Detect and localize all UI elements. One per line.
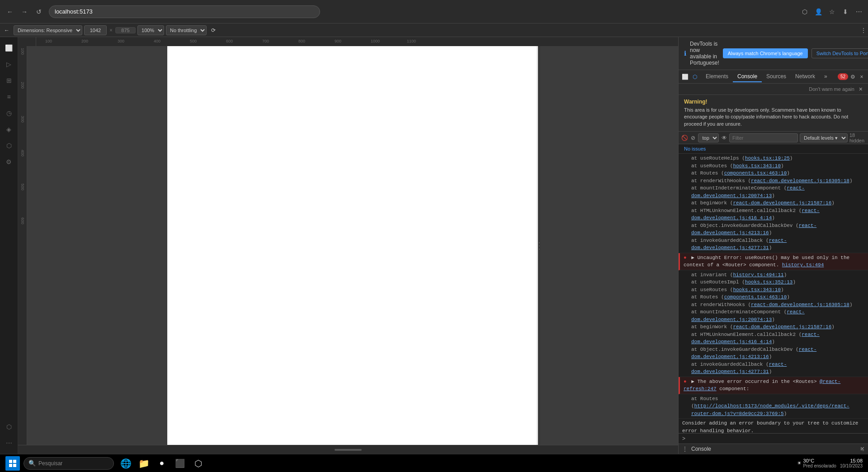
back-button[interactable]: ← [4, 5, 16, 18]
devtools-settings-icon[interactable]: ⚙ [848, 72, 857, 81]
reload-button[interactable]: ↺ [33, 5, 45, 18]
console-entry-error2: ● ▶ The above error occurred in the <Rou… [679, 377, 868, 394]
stack-line: at Routes (components.tsx:463:10) [682, 293, 864, 301]
taskbar-app-vscode[interactable]: ⬡ [190, 455, 206, 472]
link[interactable]: hooks.tsx:352:13 [745, 279, 793, 285]
dont-warn-text[interactable]: Don't warn me again [809, 86, 854, 92]
link[interactable]: react-dom.development.js:4213:16 [691, 347, 816, 360]
svg-text:700: 700 [262, 39, 269, 43]
favorites-icon[interactable]: ☆ [826, 6, 837, 17]
link[interactable]: react-dom.development.js:416 4:14 [691, 332, 820, 345]
warning-bar: Don't warn me again × [679, 84, 868, 95]
link[interactable]: react-dom.development.js:416 4:14 [691, 208, 820, 221]
link[interactable]: components.tsx:463:10 [724, 294, 787, 300]
link[interactable]: components.tsx:463:10 [724, 170, 787, 176]
link[interactable]: http://localhost:5173/node_modules/.vite… [691, 403, 849, 416]
application-sidebar-icon[interactable]: ⬡ [2, 138, 16, 153]
elements-sidebar-icon[interactable]: ⬜ [2, 41, 16, 55]
console-output[interactable]: at useRouteHelps (hooks.tsx:19:25) at us… [679, 154, 868, 433]
stack-line: at renderWithHooks (react-dom.developmen… [682, 301, 864, 309]
forward-button[interactable]: → [18, 5, 31, 18]
back-toolbar-icon[interactable]: ← [2, 25, 12, 35]
error-badge[interactable]: 52 [838, 73, 848, 80]
link[interactable]: react-dom.development.js:4277:31 [691, 238, 787, 251]
console-sidebar-icon[interactable]: ▷ [2, 57, 16, 71]
console-input-area: > [679, 433, 868, 444]
context-selector[interactable]: top [698, 133, 719, 142]
rotate-icon[interactable]: ⟳ [208, 25, 218, 35]
zoom-select[interactable]: 100% [137, 25, 164, 35]
settings-icon[interactable]: ⋯ [854, 6, 864, 17]
link[interactable]: hooks.tsx:19:25 [745, 156, 790, 161]
console-input-field[interactable] [688, 436, 864, 441]
hidden-count-badge[interactable]: 18 hidden [849, 132, 865, 143]
link[interactable]: react-dom.development.js:4213:16 [691, 223, 816, 236]
browser-icons-right: ⬡ 👤 ☆ ⬇ ⋯ [799, 6, 864, 17]
error-link[interactable]: history.ts:494 [782, 262, 824, 268]
start-button[interactable] [5, 456, 20, 471]
device-area: 100200300400500600 ⋮ [18, 46, 678, 445]
edit-icon[interactable]: ✎ [860, 447, 864, 453]
device-frame [167, 46, 538, 445]
console-label: Console [691, 446, 711, 452]
link[interactable]: hooks.tsx:343:10 [733, 163, 781, 169]
resize-handle[interactable]: ⋮ [537, 46, 540, 445]
more-tabs[interactable]: » [820, 71, 832, 82]
inspect-icon[interactable]: ⬜ [680, 72, 689, 81]
stack-line: at useRouteHelps (hooks.tsx:19:25) [682, 155, 864, 162]
throttle-select[interactable]: No throttling [166, 25, 207, 35]
extensions-icon[interactable]: ⬡ [799, 6, 810, 17]
address-bar[interactable]: localhost:5173 [49, 5, 320, 18]
link[interactable]: react-dom.development.js:21587:16 [733, 324, 831, 330]
dimensions-select[interactable]: Dimensions: Responsive [14, 25, 82, 35]
taskbar-app-browser[interactable]: 🌐 [118, 455, 134, 472]
switch-language-button[interactable]: Switch DevTools to Portuguese [811, 48, 868, 58]
device-toggle-icon[interactable]: ⬡ [690, 72, 699, 81]
link[interactable]: react-dom.development.js:20074:13 [691, 185, 805, 198]
filter-toggle-icon[interactable]: ⊘ [690, 133, 696, 142]
link[interactable]: react-dom.development.js:20074:13 [691, 309, 805, 322]
width-input[interactable]: 1042 [84, 25, 107, 35]
clear-console-icon[interactable]: 🚫 [681, 133, 688, 142]
console-bottom-bar: ⋮ Console × [679, 444, 868, 454]
extensions-sidebar-icon[interactable]: ⬡ [2, 420, 16, 434]
devtools-close-icon[interactable]: × [857, 72, 866, 81]
taskbar-app-files[interactable]: 📁 [136, 455, 152, 472]
stack-line: at beginWork (react-dom.development.js:2… [682, 323, 864, 331]
tab-console[interactable]: Console [733, 71, 762, 82]
stack-line: at useRoutes (hooks.tsx:343:10) [682, 286, 864, 294]
download-icon[interactable]: ⬇ [840, 6, 851, 17]
filter-input[interactable] [729, 133, 798, 142]
sources-sidebar-icon[interactable]: ⊞ [2, 73, 16, 88]
tab-elements[interactable]: Elements [701, 71, 733, 82]
stack-line: at renderWithHooks (react-dom.developmen… [682, 177, 864, 185]
eye-icon[interactable]: 👁 [721, 133, 727, 142]
link[interactable]: react-dom.development.js:4277:31 [691, 362, 787, 375]
svg-text:500: 500 [190, 39, 197, 43]
taskbar-app-terminal[interactable]: ⬛ [172, 455, 188, 472]
warning-description: This area is for use by developers only.… [684, 107, 863, 127]
default-levels-select[interactable]: Default levels ▾ [800, 133, 848, 142]
tab-network[interactable]: Network [791, 71, 820, 82]
link[interactable]: history.ts:494:11 [733, 272, 783, 278]
taskbar-app-github[interactable]: ● [154, 455, 170, 472]
profile-icon[interactable]: 👤 [813, 6, 824, 17]
warning-close-icon[interactable]: × [859, 85, 863, 93]
taskbar-search[interactable]: 🔍 Pesquisar [24, 457, 114, 470]
vertical-ruler: 100200300400500600 [18, 46, 27, 445]
link[interactable]: react-dom.development.js:21587:16 [733, 200, 831, 206]
more-sidebar-icon[interactable]: ⋯ [2, 436, 16, 450]
stack-line: at useRoutesImpl (hooks.tsx:352:13) [682, 278, 864, 286]
svg-text:300: 300 [118, 39, 124, 43]
link[interactable]: react-dom.development.js:16305:18 [751, 178, 849, 184]
performance-sidebar-icon[interactable]: ◷ [2, 106, 16, 120]
network-sidebar-icon[interactable]: ≡ [2, 90, 16, 104]
console-bottom-icon[interactable]: ⋮ [682, 446, 688, 452]
link[interactable]: react-dom.development.js:16305:18 [751, 302, 849, 307]
match-language-button[interactable]: Always match Chrome's language [723, 48, 808, 58]
security-sidebar-icon[interactable]: ⚙ [2, 155, 16, 169]
tab-sources[interactable]: Sources [762, 71, 791, 82]
more-options-button[interactable]: ⋮ [861, 27, 866, 33]
link[interactable]: hooks.tsx:343:10 [733, 287, 781, 293]
memory-sidebar-icon[interactable]: ◈ [2, 122, 16, 137]
